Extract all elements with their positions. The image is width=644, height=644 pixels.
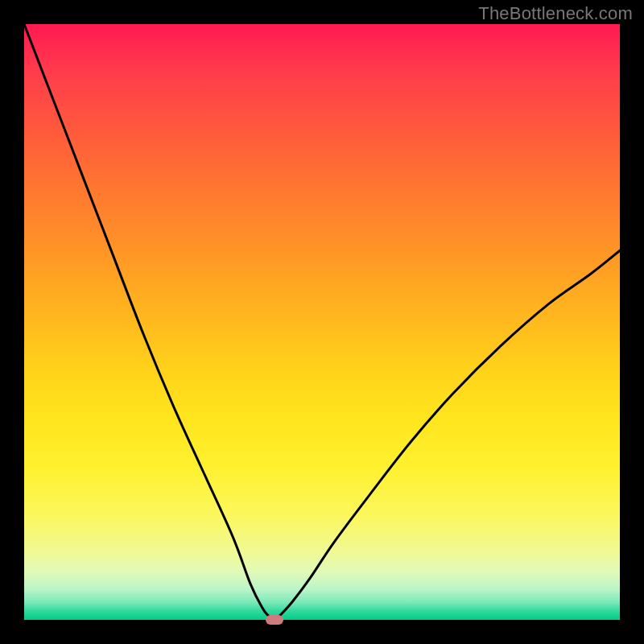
plot-area bbox=[24, 24, 620, 620]
chart-frame: TheBottleneck.com bbox=[0, 0, 644, 644]
minimum-marker bbox=[266, 615, 283, 625]
watermark-text: TheBottleneck.com bbox=[478, 3, 633, 24]
bottleneck-curve bbox=[24, 24, 620, 620]
curve-path bbox=[24, 24, 620, 620]
